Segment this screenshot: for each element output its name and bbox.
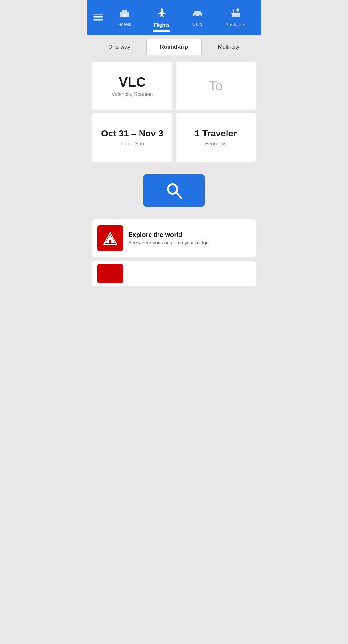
hotels-icon [119,8,130,20]
round-trip-button[interactable]: Round-trip [146,39,202,55]
svg-point-10 [236,8,239,12]
promo-section: Explore the world See where you can go o… [87,213,261,290]
dates-range: Oct 31 – Nov 3 [101,128,163,139]
search-button[interactable] [143,174,205,207]
trip-type-selector: One-way Round-trip Multi-city [87,35,261,59]
multi-city-button[interactable]: Multi-city [202,39,256,55]
search-icon [165,182,183,199]
menu-button[interactable] [90,10,106,25]
promo-card-partial[interactable] [92,261,256,286]
dates-days: Thu – Sun [121,141,144,147]
svg-point-9 [199,15,200,16]
travelers-class: Economy [205,141,227,147]
svg-line-13 [176,193,181,198]
svg-rect-1 [93,16,103,18]
svg-rect-18 [109,240,111,244]
search-fields: VLC Valencia, Spanien To Oct 31 – Nov 3 … [87,59,261,165]
svg-point-8 [194,15,195,16]
promo-subtitle-explore: See where you can go on your budget [128,240,210,245]
nav-bar: Hotels Flights Cars [106,0,258,35]
cars-label: Cars [192,21,203,27]
destination-placeholder: To [209,79,222,93]
hotels-label: Hotels [118,22,131,27]
promo-icon-explore [97,225,123,251]
destination-field[interactable]: To [176,62,256,110]
svg-rect-5 [123,14,126,17]
tab-flights[interactable]: Flights [151,5,172,31]
one-way-button[interactable]: One-way [92,39,146,55]
packages-label: Packages [225,22,247,27]
tab-hotels[interactable]: Hotels [115,5,134,30]
dates-field[interactable]: Oct 31 – Nov 3 Thu – Sun [92,113,172,162]
search-area [87,165,261,213]
svg-rect-0 [93,14,103,15]
origin-code: VLC [119,75,146,89]
origin-field[interactable]: VLC Valencia, Spanien [92,62,172,110]
flights-icon [157,8,167,20]
promo-text-explore: Explore the world See where you can go o… [128,231,210,245]
promo-title-explore: Explore the world [128,231,210,238]
header: Hotels Flights Cars [87,0,261,35]
svg-rect-4 [122,10,127,12]
packages-icon [231,8,241,20]
promo-card-explore[interactable]: Explore the world See where you can go o… [92,219,256,257]
flights-label: Flights [154,22,169,28]
promo-icon-partial [97,264,123,283]
travelers-count: 1 Traveler [195,128,237,139]
tab-cars[interactable]: Cars [189,6,206,30]
tab-packages[interactable]: Packages [223,5,249,31]
travelers-field[interactable]: 1 Traveler Economy [176,113,256,162]
cars-icon [192,9,203,19]
origin-name: Valencia, Spanien [112,91,153,97]
svg-rect-2 [93,19,103,21]
svg-rect-11 [233,9,234,13]
